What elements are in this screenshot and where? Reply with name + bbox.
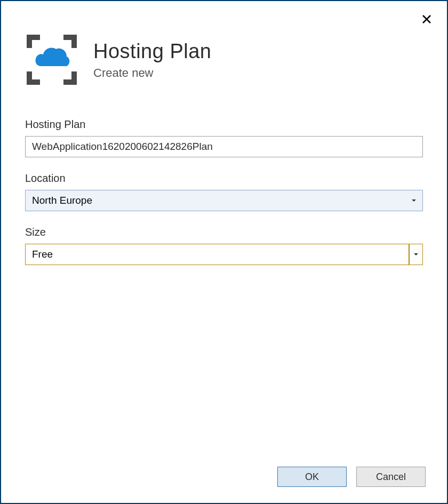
cloud-bracket-icon: [25, 33, 78, 86]
location-dropdown-arrow[interactable]: [407, 190, 421, 211]
size-dropdown-arrow[interactable]: [409, 244, 423, 265]
location-select[interactable]: North Europe: [25, 190, 423, 211]
close-button[interactable]: [419, 12, 434, 27]
dialog-title: Hosting Plan: [93, 40, 211, 63]
location-group: Location North Europe: [25, 172, 423, 211]
size-group: Size Free: [25, 226, 423, 265]
dialog-subtitle: Create new: [93, 66, 211, 80]
chevron-down-icon: [413, 253, 419, 256]
dialog-footer: OK Cancel: [1, 467, 447, 503]
form-area: Hosting Plan Location North Europe Size …: [1, 97, 447, 467]
location-label: Location: [25, 172, 423, 185]
close-icon: [421, 14, 432, 25]
ok-button[interactable]: OK: [277, 467, 347, 487]
location-select-value: North Europe: [25, 190, 423, 211]
dialog-header: Hosting Plan Create new: [1, 1, 447, 97]
size-select-value: Free: [25, 244, 409, 265]
hosting-plan-input[interactable]: [25, 136, 423, 157]
hosting-plan-group: Hosting Plan: [25, 118, 423, 157]
hosting-plan-dialog: Hosting Plan Create new Hosting Plan Loc…: [0, 0, 448, 504]
size-label: Size: [25, 226, 423, 238]
cancel-button[interactable]: Cancel: [356, 467, 426, 487]
chevron-down-icon: [411, 199, 417, 202]
hosting-plan-label: Hosting Plan: [25, 118, 423, 131]
size-select[interactable]: Free: [25, 244, 423, 265]
